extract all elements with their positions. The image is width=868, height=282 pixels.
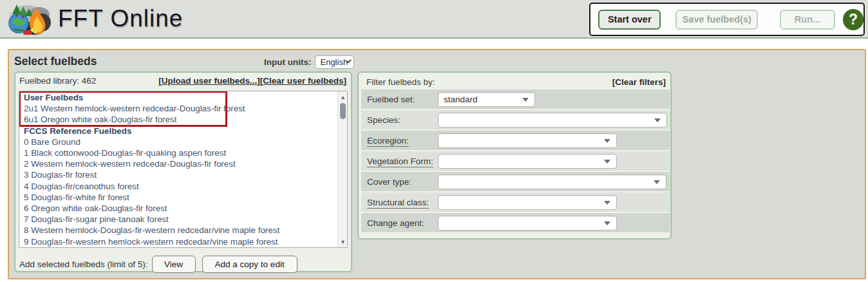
input-units-value: English (320, 57, 348, 67)
bracket: ] (344, 76, 347, 86)
library-header: Fuelbed library: 462 [Upload user fuelbe… (19, 76, 346, 86)
list-item[interactable]: 2u1 Western hemlock-western redcedar-Dou… (19, 103, 337, 114)
list-item[interactable]: 6 Oregon white oak-Douglas-fir forest (19, 203, 337, 214)
list-item[interactable]: 9 Douglas-fir-western hemlock-western re… (19, 236, 337, 247)
clear-filters-link[interactable]: [Clear filters] (612, 77, 666, 87)
change-agent-dropdown[interactable] (438, 216, 617, 230)
scroll-up-icon[interactable]: ▲ (338, 92, 348, 102)
filter-label-text: Species: (367, 115, 401, 125)
fft-logo-icon (8, 2, 52, 37)
list-section-header[interactable]: User Fuelbeds (19, 92, 337, 103)
filter-label-vegetation-form: Vegetation Form: (367, 156, 438, 166)
dropdown-arrow-icon (654, 118, 661, 122)
filter-label-species: Species: (367, 115, 438, 125)
filter-rows: Fuelbed set:standardSpecies:Ecoregion:Ve… (361, 89, 670, 234)
fuelbed-library-panel: Fuelbed library: 462 [Upload user fuelbe… (14, 71, 352, 272)
page-title: Select fuelbeds (14, 55, 97, 68)
structural-class-dropdown[interactable] (438, 195, 617, 210)
input-units-label: Input units: (264, 57, 311, 67)
list-item[interactable]: 6u1 Oregon white oak-Douglas-fir forest (19, 114, 337, 125)
fuelbed-set-dropdown[interactable]: standard (438, 92, 535, 107)
filter-panel: Filter fuelbeds by: [Clear filters] Fuel… (357, 71, 672, 240)
list-item[interactable]: 7 Douglas-fir-sugar pine-tanoak forest (19, 214, 337, 225)
filter-row-vegetation-form: Vegetation Form: (361, 151, 670, 171)
start-over-button[interactable]: Start over (598, 10, 661, 30)
filter-row-ecoregion: Ecoregion: (361, 131, 670, 150)
header-toolbar: Start over Save fuelbed(s) Run... ? (589, 3, 865, 36)
dropdown-arrow-icon (604, 160, 610, 164)
list-item[interactable]: 3 Douglas-fir forest (19, 169, 337, 180)
view-button[interactable]: View (152, 256, 196, 273)
list-scrollbar[interactable]: ▲ ▼ (337, 91, 347, 247)
dropdown-value: standard (444, 95, 478, 104)
filter-label-cover-type: Cover type: (367, 177, 438, 187)
filter-label-text: Fuelbed set: (367, 95, 415, 104)
list-item[interactable]: 2 Western hemlock-western redcedar-Dougl… (19, 158, 337, 169)
list-item[interactable]: 8 Western hemlock-Douglas-fir-western re… (19, 225, 337, 236)
scrollbar-thumb[interactable] (340, 103, 346, 119)
fuelbed-list: User Fuelbeds2u1 Western hemlock-western… (19, 91, 348, 248)
filter-label-text: Structural class: (367, 198, 429, 209)
input-units-group: Input units: English (264, 55, 354, 69)
species-dropdown[interactable] (438, 113, 667, 127)
filter-row-species: Species: (361, 110, 670, 129)
app-title: FFT Online (58, 5, 183, 32)
fuelbed-library-count: Fuelbed library: 462 (19, 76, 96, 86)
save-fuelbeds-button[interactable]: Save fuelbed(s) (675, 10, 758, 30)
list-item[interactable]: 1 Black cottonwood-Douglas-fir-quaking a… (19, 147, 337, 158)
dropdown-arrow-icon (604, 201, 610, 205)
filter-row-fuelbed-set: Fuelbed set:standard (361, 89, 670, 109)
filter-label-fuelbed-set: Fuelbed set: (367, 95, 438, 104)
fuelbed-list-items: User Fuelbeds2u1 Western hemlock-western… (19, 92, 337, 247)
select-fuelbeds-panel: Select fuelbeds Input units: English Fue… (8, 49, 866, 279)
filter-row-cover-type: Cover type: (361, 172, 670, 191)
dropdown-arrow-icon (522, 98, 529, 102)
app-header: FFT Online Start over Save fuelbed(s) Ru… (0, 0, 868, 39)
ecoregion-dropdown[interactable] (438, 133, 617, 148)
library-links: [Upload user fuelbeds...][Clear user fue… (158, 76, 346, 86)
add-copy-to-edit-button[interactable]: Add a copy to edit (202, 256, 297, 273)
filter-row-structural-class: Structural class: (361, 193, 670, 212)
input-units-select[interactable]: English (315, 55, 354, 69)
dropdown-arrow-icon (604, 221, 610, 225)
filter-row-change-agent: Change agent: (361, 213, 670, 232)
filter-label-text: Change agent: (367, 218, 424, 228)
filter-label-ecoregion: Ecoregion: (367, 136, 438, 146)
list-item[interactable]: 0 Bare Ground (19, 136, 337, 147)
list-section-header[interactable]: FCCS Reference Fuelbeds (19, 126, 337, 136)
vegetation-form-dropdown[interactable] (438, 154, 617, 169)
clear-user-fuelbeds-link[interactable]: Clear user fuelbeds (263, 76, 343, 86)
upload-user-fuelbeds-link[interactable]: Upload user fuelbeds... (162, 76, 258, 86)
filter-label-text: Cover type: (367, 177, 411, 187)
filter-header: Filter fuelbeds by: [Clear filters] (366, 77, 666, 87)
list-item[interactable]: 5 Douglas-fir-white fir forest (19, 192, 337, 203)
filter-label-change-agent: Change agent: (367, 218, 438, 228)
filter-label-text: Vegetation Form: (367, 156, 433, 167)
run-button[interactable]: Run... (780, 10, 835, 30)
cover-type-dropdown[interactable] (438, 174, 666, 189)
scroll-down-icon[interactable]: ▼ (338, 237, 348, 247)
list-item[interactable]: 4 Douglas-fir/ceanothus forest (19, 181, 337, 192)
add-selected-label: Add selected fuelbeds (limit of 5): (19, 259, 148, 269)
bracket: ][ (257, 76, 263, 86)
help-icon[interactable]: ? (843, 9, 863, 30)
filter-label-structural-class: Structural class: (367, 198, 438, 207)
dropdown-arrow-icon (654, 180, 660, 184)
filter-title: Filter fuelbeds by: (366, 77, 435, 87)
library-footer: Add selected fuelbeds (limit of 5): View… (19, 255, 349, 273)
filter-label-text: Ecoregion: (367, 136, 409, 147)
dropdown-arrow-icon (604, 139, 610, 143)
